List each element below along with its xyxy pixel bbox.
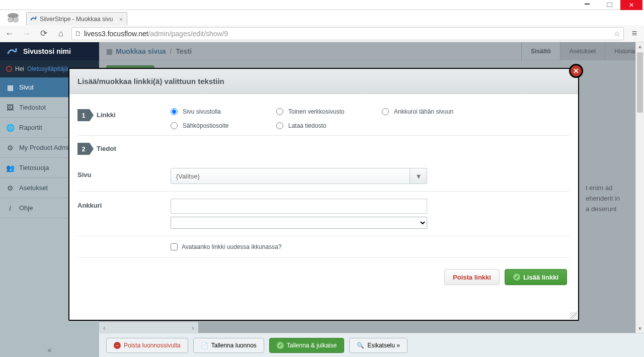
browser-menu-button[interactable]: ≡	[628, 27, 641, 40]
scroll-down-icon[interactable]: ▼	[636, 324, 644, 333]
binoculars-icon: 🔍	[357, 342, 364, 349]
preview-button[interactable]: 🔍 Esikatselu »	[349, 338, 408, 353]
radio-label: Sivu sivustolla	[183, 108, 221, 115]
window-close-button[interactable]: ✕	[620, 0, 642, 10]
url-host: livess3.focusflow.net	[84, 30, 148, 38]
back-button[interactable]: ←	[3, 27, 16, 40]
radio-label: Sähköpostiosoite	[183, 122, 228, 129]
people-icon: 👥	[6, 164, 14, 172]
info-icon: i	[6, 204, 14, 212]
check-circle-icon: ✓	[513, 274, 520, 281]
sidebar-item-label: Tietosuoja	[19, 164, 49, 171]
save-draft-label: Tallenna luonnos	[211, 342, 257, 349]
radio-internal-page[interactable]: Sivu sivustolla	[171, 108, 276, 115]
new-window-label: Avataanko linkki uudessa ikkunassa?	[182, 243, 282, 250]
forward-button: →	[20, 27, 33, 40]
scroll-up-icon[interactable]: ▲	[636, 42, 644, 51]
field-page: Sivu (Valitse) ▾	[77, 161, 570, 192]
sidebar-item-label: My Product Admin	[19, 144, 72, 151]
remove-link-button[interactable]: Poista linkki	[444, 269, 500, 285]
radio-external-site[interactable]: Toinen verkkosivusto	[276, 108, 382, 115]
page-icon: 🗋	[75, 30, 82, 37]
window-titlebar: ✕	[0, 0, 644, 10]
sidebar-item-label: Ohje	[19, 204, 33, 212]
tree-scroll-hint[interactable]: ‹›	[99, 322, 198, 333]
step-number-1: 1	[77, 109, 90, 121]
gear-icon: ⚙	[6, 184, 14, 192]
address-bar[interactable]: 🗋 livess3.focusflow.net/admin/pages/edit…	[71, 27, 624, 40]
anchor-input[interactable]	[171, 199, 427, 214]
step-link-type: 1 Linkki Sivu sivustolla Toinen verkkosi…	[77, 102, 570, 136]
radio-input[interactable]	[382, 108, 389, 115]
radio-file[interactable]: Lataa tiedosto	[276, 122, 382, 129]
new-window-checkbox[interactable]	[171, 243, 178, 250]
field-new-window: Avataanko linkki uudessa ikkunassa?	[77, 236, 570, 258]
save-icon: 📄	[201, 342, 208, 349]
resize-handle-icon[interactable]	[570, 312, 577, 319]
sidebar-item-label: Sivut	[19, 83, 34, 91]
svg-point-1	[8, 17, 13, 22]
globe-icon: 🌐	[6, 124, 14, 132]
hello-prefix: Hei	[15, 65, 24, 72]
dropdown-value[interactable]: (Valitse)	[171, 168, 410, 184]
window-maximize-button[interactable]	[598, 0, 620, 10]
modal-title: Lisää/muokkaa linkki(ä) valittuun teksti…	[69, 69, 578, 94]
tab-title: SilverStripe - Muokkaa sivu	[40, 16, 113, 23]
insert-link-label: Lisää linkki	[523, 274, 558, 281]
silverstripe-logo-icon	[6, 45, 18, 57]
image-icon: 🖼	[6, 104, 14, 112]
svg-point-2	[13, 17, 18, 22]
step-2-label: Tiedot	[97, 143, 116, 152]
power-icon[interactable]	[6, 66, 12, 72]
remove-link-label: Poista linkki	[453, 274, 491, 281]
minus-circle-icon: −	[114, 342, 121, 349]
site-brand[interactable]: Sivustosi nimi	[0, 42, 99, 60]
modal-close-button[interactable]: ✕	[569, 64, 583, 78]
remove-draft-label: Poista luonnossivulta	[124, 342, 181, 349]
radio-anchor[interactable]: Ankkuroi tähän sivuun	[382, 108, 508, 115]
radio-input[interactable]	[171, 122, 178, 129]
anchor-select[interactable]	[171, 217, 427, 229]
bookmark-star-icon[interactable]: ☆	[614, 30, 620, 38]
browser-tab[interactable]: SilverStripe - Muokkaa sivu ×	[26, 12, 127, 25]
anchor-label: Ankkuri	[77, 199, 171, 209]
radio-label: Toinen verkkosivusto	[288, 108, 344, 115]
user-link[interactable]: Oletusylläpitäjä	[27, 65, 68, 72]
page-dropdown[interactable]: (Valitse) ▾	[171, 168, 427, 184]
silverstripe-favicon	[30, 15, 37, 23]
sitemap-icon: ▦	[6, 83, 14, 92]
scrollbar-thumb[interactable]	[637, 52, 643, 113]
incognito-icon	[5, 9, 21, 25]
step-number-2: 2	[77, 143, 90, 155]
radio-label: Ankkuroi tähän sivuun	[394, 108, 453, 115]
reload-button[interactable]: ⟳	[37, 27, 50, 40]
step-1-label: Linkki	[97, 109, 116, 119]
check-circle-icon: ✓	[277, 342, 284, 349]
scrollbar-vertical[interactable]: ▲ ▼	[635, 42, 644, 333]
radio-input[interactable]	[276, 122, 283, 129]
collapse-sidebar-button[interactable]: «	[0, 343, 99, 357]
link-editor-modal: ✕ Lisää/muokkaa linkki(ä) valittuun teks…	[68, 68, 579, 321]
sidebar-item-label: Raportit	[19, 124, 42, 131]
insert-link-button[interactable]: ✓ Lisää linkki	[505, 269, 567, 285]
radio-input[interactable]	[171, 108, 178, 115]
radio-input[interactable]	[276, 108, 283, 115]
page-label: Sivu	[77, 168, 171, 178]
remove-draft-button[interactable]: − Poista luonnossivulta	[106, 338, 188, 353]
tab-close-icon[interactable]: ×	[119, 16, 123, 23]
radio-email[interactable]: Sähköpostiosoite	[171, 122, 276, 129]
publish-button[interactable]: ✓ Tallenna & julkaise	[269, 338, 344, 353]
action-bar: − Poista luonnossivulta 📄 Tallenna luonn…	[99, 333, 644, 357]
gear-icon: ⚙	[6, 144, 14, 152]
preview-label: Esikatselu »	[367, 342, 400, 349]
chevron-down-icon[interactable]: ▾	[410, 168, 427, 184]
browser-toolbar: ← → ⟳ ⌂ 🗋 livess3.focusflow.net/admin/pa…	[0, 25, 644, 42]
brand-label: Sivustosi nimi	[23, 47, 71, 55]
url-path: /admin/pages/edit/show/9	[148, 30, 228, 38]
publish-label: Tallenna & julkaise	[287, 342, 337, 349]
home-button[interactable]: ⌂	[54, 27, 67, 40]
save-draft-button[interactable]: 📄 Tallenna luonnos	[193, 338, 264, 353]
step-details: 2 Tiedot	[77, 136, 570, 161]
sidebar-item-label: Tiedostot	[19, 104, 46, 111]
window-minimize-button[interactable]	[576, 0, 598, 10]
